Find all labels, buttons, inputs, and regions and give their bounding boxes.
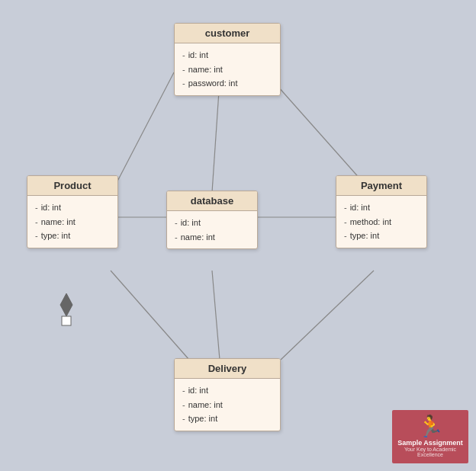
payment-body: id: int method: int type: int	[336, 196, 426, 248]
database-attr-1: id: int	[175, 216, 249, 230]
customer-box: customer id: int name: int password: int	[174, 23, 281, 96]
database-attr-2: name: int	[175, 230, 249, 245]
logo-icon: 🏃	[417, 416, 444, 437]
delivery-box: Delivery id: int name: int type: int	[174, 358, 281, 431]
customer-header: customer	[175, 24, 280, 43]
product-box: Product id: int name: int type: int	[27, 175, 118, 248]
payment-attr-1: id: int	[344, 200, 419, 215]
svg-line-0	[111, 72, 174, 194]
product-attr-1: id: int	[35, 200, 110, 215]
database-box: database id: int name: int	[166, 191, 258, 249]
product-body: id: int name: int type: int	[27, 196, 117, 248]
customer-body: id: int name: int password: int	[175, 43, 280, 95]
payment-attr-2: method: int	[344, 215, 419, 229]
logo-box: 🏃 Sample Assignment Your Key to Academic…	[392, 410, 468, 463]
svg-line-6	[281, 271, 374, 360]
delivery-attr-1: id: int	[182, 383, 272, 398]
delivery-header: Delivery	[175, 359, 280, 379]
delivery-body: id: int name: int type: int	[175, 379, 280, 431]
database-header: database	[167, 191, 257, 211]
customer-attr-2: name: int	[182, 62, 272, 77]
svg-line-2	[212, 80, 220, 192]
svg-marker-8	[60, 293, 72, 316]
svg-rect-9	[62, 316, 71, 325]
svg-line-5	[111, 271, 189, 360]
svg-line-7	[212, 271, 220, 360]
diagram-container: customer id: int name: int password: int…	[0, 0, 476, 471]
product-attr-2: name: int	[35, 215, 110, 229]
logo-tagline: Your Key to Academic Excellence	[396, 447, 465, 457]
payment-box: Payment id: int method: int type: int	[336, 175, 427, 248]
database-body: id: int name: int	[167, 211, 257, 248]
product-attr-3: type: int	[35, 229, 110, 243]
payment-attr-3: type: int	[344, 229, 419, 243]
customer-attr-3: password: int	[182, 76, 272, 91]
payment-header: Payment	[336, 176, 426, 196]
customer-attr-1: id: int	[182, 48, 272, 62]
delivery-attr-3: type: int	[182, 412, 272, 426]
product-header: Product	[27, 176, 117, 196]
delivery-attr-2: name: int	[182, 398, 272, 412]
logo-name: Sample Assignment	[397, 439, 463, 447]
